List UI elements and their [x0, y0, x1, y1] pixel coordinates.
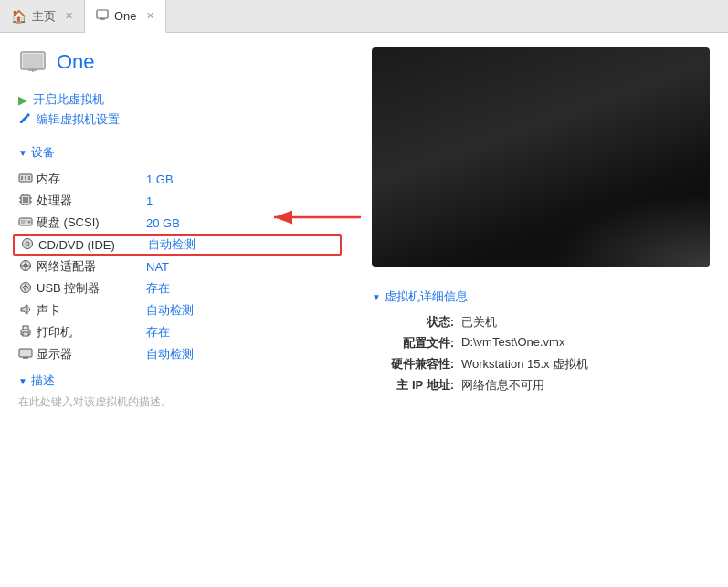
svg-rect-12: [23, 197, 28, 203]
device-memory[interactable]: 内存 1 GB: [18, 168, 334, 190]
usb-label: USB 控制器: [37, 280, 100, 297]
page-header: One: [18, 47, 334, 77]
network-value: NAT: [146, 260, 169, 274]
vm-preview-image: [372, 47, 710, 267]
tab-home-close[interactable]: ✕: [65, 10, 73, 22]
vm-status-label: 状态:: [372, 314, 454, 330]
main-content: One ▶ 开启此虚拟机 编辑虚拟机设置 设备: [0, 33, 728, 587]
tab-one-close[interactable]: ✕: [146, 10, 154, 22]
edit-icon: [18, 112, 31, 128]
printer-label: 打印机: [37, 324, 72, 341]
memory-value: 1 GB: [146, 173, 174, 186]
vm-ip-label: 主 IP 地址:: [372, 377, 454, 393]
vm-icon: [18, 47, 47, 77]
sound-value: 自动检测: [146, 302, 194, 319]
svg-rect-8: [21, 176, 23, 180]
device-display[interactable]: 显示器 自动检测: [18, 343, 334, 365]
tab-home-label: 主页: [32, 8, 56, 25]
cpu-value: 1: [146, 194, 153, 208]
action-links: ▶ 开启此虚拟机 编辑虚拟机设置: [18, 91, 334, 128]
usb-icon: [18, 281, 33, 297]
description-section: 描述 在此处键入对该虚拟机的描述。: [18, 372, 334, 410]
tab-one-label: One: [114, 9, 137, 23]
network-label: 网络适配器: [37, 258, 96, 275]
svg-rect-34: [27, 288, 29, 289]
right-panel: 虚拟机详细信息 状态: 已关机 配置文件: D:\vmTest\One.vmx …: [353, 33, 728, 587]
memory-icon: [18, 172, 33, 187]
start-icon: ▶: [18, 93, 27, 107]
svg-rect-9: [25, 176, 26, 180]
hdd-icon: [18, 215, 33, 231]
vm-info-section: 虚拟机详细信息 状态: 已关机 配置文件: D:\vmTest\One.vmx …: [372, 288, 710, 398]
start-vm-link[interactable]: ▶ 开启此虚拟机: [18, 91, 334, 108]
devices-section-title: 设备: [18, 144, 334, 161]
page-title: One: [57, 50, 95, 74]
network-icon: [18, 259, 33, 275]
cddvd-icon: [20, 237, 35, 253]
vm-status-value: 已关机: [461, 314, 497, 330]
vm-config-row: 配置文件: D:\vmTest\One.vmx: [372, 335, 710, 351]
sound-label: 声卡: [37, 302, 60, 319]
display-icon: [18, 347, 33, 362]
svg-rect-10: [28, 176, 30, 180]
tab-one[interactable]: One ✕: [85, 0, 166, 33]
device-cddvd[interactable]: CD/DVD (IDE) 自动检测: [18, 234, 334, 256]
cddvd-value: 自动检测: [148, 236, 195, 253]
vm-compat-row: 硬件兼容性: Workstation 15.x 虚拟机: [372, 356, 710, 372]
left-panel: One ▶ 开启此虚拟机 编辑虚拟机设置 设备: [0, 33, 353, 587]
vm-config-label: 配置文件:: [372, 335, 454, 351]
svg-rect-40: [19, 349, 32, 357]
cpu-icon: [18, 194, 33, 209]
printer-icon: [18, 325, 33, 341]
svg-rect-33: [24, 288, 26, 290]
vm-config-value: D:\vmTest\One.vmx: [461, 335, 564, 351]
svg-rect-36: [23, 326, 28, 330]
sound-icon: [18, 303, 33, 319]
vm-compat-label: 硬件兼容性:: [372, 356, 454, 372]
vm-info-title: 虚拟机详细信息: [372, 288, 710, 305]
display-label: 显示器: [37, 346, 72, 362]
edit-vm-link[interactable]: 编辑虚拟机设置: [18, 111, 334, 128]
display-value: 自动检测: [146, 346, 194, 362]
description-title: 描述: [18, 372, 334, 389]
svg-point-22: [28, 220, 31, 223]
vm-compat-value: Workstation 15.x 虚拟机: [461, 356, 588, 372]
device-usb[interactable]: USB 控制器 存在: [18, 278, 334, 299]
svg-rect-4: [23, 54, 43, 68]
svg-rect-0: [97, 10, 108, 18]
hdd-label: 硬盘 (SCSI): [37, 215, 100, 231]
device-network[interactable]: 网络适配器 NAT: [18, 256, 334, 278]
devices-section: 设备 内存: [18, 144, 334, 365]
tab-bar: 🏠 主页 ✕ One ✕: [0, 0, 728, 33]
svg-point-27: [26, 243, 28, 245]
description-text: 在此处键入对该虚拟机的描述。: [18, 394, 334, 410]
devices-list: 内存 1 GB: [18, 168, 334, 365]
vm-tab-icon: [96, 8, 109, 24]
tab-home[interactable]: 🏠 主页 ✕: [0, 0, 85, 32]
usb-value: 存在: [146, 280, 170, 297]
cpu-label: 处理器: [37, 193, 72, 209]
device-printer[interactable]: 打印机 存在: [18, 321, 334, 343]
device-sound[interactable]: 声卡 自动检测: [18, 299, 334, 321]
cddvd-label: CD/DVD (IDE): [38, 238, 115, 252]
home-icon: 🏠: [11, 9, 26, 24]
vm-status-row: 状态: 已关机: [372, 314, 710, 330]
svg-point-39: [28, 330, 30, 332]
hdd-value: 20 GB: [146, 216, 180, 230]
vm-ip-value: 网络信息不可用: [461, 377, 544, 393]
device-cpu[interactable]: 处理器 1: [18, 190, 334, 212]
printer-value: 存在: [146, 324, 170, 341]
device-hdd[interactable]: 硬盘 (SCSI) 20 GB: [18, 212, 334, 234]
vm-ip-row: 主 IP 地址: 网络信息不可用: [372, 377, 710, 393]
memory-label: 内存: [37, 171, 60, 187]
